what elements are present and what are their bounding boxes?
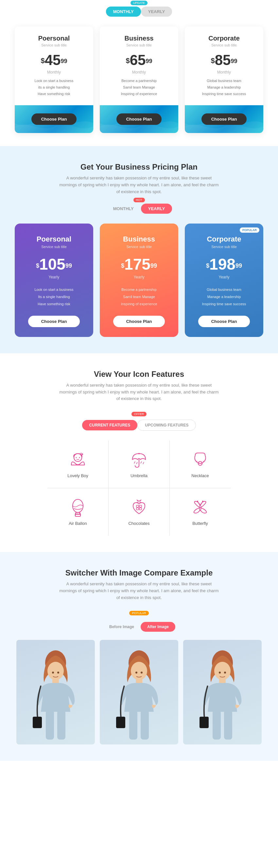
air-balloon-icon [68,498,88,518]
card2-main-corporate: 198 [209,255,235,273]
monthly-toggle-btn2[interactable]: MONTHLY [106,204,141,214]
section4-desc: A wonderful serenity has taken possessio… [57,581,221,601]
card-title-business: Business [106,35,172,42]
card2-dollar-corporate: $ [206,262,209,269]
before-image-btn[interactable]: Before Image [103,622,141,632]
icon-cell-air-balloon: Air Ballon [48,488,108,536]
card-title-corporate: Corporate [191,35,257,42]
choose-plan-btn-business[interactable]: Choose Plan [116,114,162,125]
price-dollar-personal: $ [40,57,45,65]
card-wave-personal: Choose Plan [15,105,93,133]
icon-label-chocolates: Chocolates [128,521,149,526]
card2-period-personal: Yearly [21,275,87,279]
feature-c2: Manage a leadership [191,84,257,91]
feat-p3: Have something risk [21,300,87,308]
card2-price-personal: $10599 [21,255,87,273]
price-dollar-business: $ [126,57,130,65]
price-period-business: Monthly [106,70,172,74]
card2-price-business: $17599 [106,255,172,273]
svg-rect-44 [213,710,221,740]
card2-dollar-business: $ [121,262,124,269]
svg-rect-29 [57,710,65,740]
svg-line-9 [143,462,144,464]
person-svg-3 [190,646,255,744]
icon-cell-chocolates: Chocolates [109,488,169,536]
popular-badge-corporate: POPULAR [240,227,259,233]
svg-rect-36 [129,710,137,740]
yearly-toggle-btn2[interactable]: YEARLY [141,204,172,214]
icon-cell-butterfly: Butterfly [170,488,230,536]
card2-sup-personal: 99 [65,262,72,269]
hot-badge: HOT [134,198,145,202]
card-price-business: $6599 [106,52,172,68]
person-svg-1 [23,646,88,744]
chocolates-icon [129,498,149,518]
photo-1 [16,640,95,744]
photo-3 [183,640,262,744]
current-features-btn[interactable]: CURRENT FEATURES [82,420,138,430]
svg-rect-46 [199,717,208,728]
choose-plan-btn-corporate[interactable]: Choose Plan [201,114,247,125]
card2-price-corporate: $19899 [191,255,257,273]
price-period-personal: Monthly [21,70,87,74]
card-price-personal: $4599 [21,52,87,68]
monthly-toggle-btn[interactable]: MONTHLY [106,6,141,17]
choose-plan-btn2-personal[interactable]: Choose Plan [28,316,80,327]
price-card-business: Business Service sub title $6599 Monthly… [100,27,178,133]
price-period-corporate: Monthly [191,70,257,74]
billing-toggle-wrapper2: HOT MONTHLY YEARLY [13,204,265,214]
after-image-btn[interactable]: After Image [141,622,175,632]
popular-badge2: POPULAR [129,611,148,615]
section4-title: Switcher With Image Compare Example [13,568,265,578]
feat-p1: Look on start a business [21,286,87,293]
icon-cell-necklace: Necklace [170,440,230,488]
svg-point-40 [141,672,143,674]
photo-2 [100,640,178,744]
price-card-personal: Poersonal Service sub title $4599 Monthl… [15,27,93,133]
choose-plan-btn2-corporate[interactable]: Choose Plan [198,316,250,327]
yearly-toggle-btn[interactable]: YEARLY [141,6,172,17]
svg-line-7 [136,462,137,464]
feature-b1: Become a partnership [106,78,172,84]
feature-2: its a single handling [21,84,87,91]
icon-label-necklace: Necklace [191,473,208,478]
card2-title-business: Business [106,235,172,244]
offer-badge: OFFER [132,412,147,416]
feature-c1: Global business team [191,78,257,84]
section-pricing-monthly: UPDATE MONTHLY YEARLY Poersonal Service … [0,0,278,146]
svg-rect-20 [136,508,139,510]
card2-title-personal: Poersonal [21,235,87,244]
card-features-corporate: Global business team Manage a leadership… [191,78,257,97]
card2-features-personal: Look on start a business Its a single ha… [21,286,87,308]
svg-rect-21 [139,508,142,510]
upcoming-features-btn[interactable]: UPCOMING FEATURES [137,420,196,431]
icon-cell-umbrella: Umbrella [109,440,169,488]
svg-point-48 [224,672,226,674]
card-title-personal: Poersonal [21,35,87,42]
card2-features-business: Become a partnership Samil team Manage I… [106,286,172,308]
choose-plan-btn-personal[interactable]: Choose Plan [31,114,77,125]
svg-point-11 [196,461,198,462]
svg-point-32 [57,672,59,674]
card2-subtitle-personal: Service sub title [21,245,87,249]
card-wave-business: Choose Plan [100,105,178,133]
svg-point-39 [135,672,137,674]
image-toggle-row: Before Image After Image [13,622,265,632]
price-card-corporate: Corporate Service sub title $8599 Monthl… [185,27,263,133]
feature-b3: Inspiring of experience [106,91,172,97]
photos-row [13,640,265,744]
section3-title: View Your Icon Features [13,370,265,379]
price-card2-personal: Poersonal Service sub title $10599 Yearl… [15,223,93,337]
card2-inner-corporate: Corporate Service sub title $19899 Yearl… [185,223,263,337]
svg-line-8 [141,461,142,463]
feature-b2: Samil team Manage [106,84,172,91]
svg-point-3 [82,454,83,455]
card2-main-personal: 105 [39,255,65,273]
icon-label-lovely-boy: Lovely Boy [67,473,88,478]
choose-plan-btn2-business[interactable]: Choose Plan [113,316,165,327]
feat-c3: Inspiring time save success [191,300,257,308]
price-main-business: 65 [130,52,146,68]
card2-sup-corporate: 99 [235,262,242,269]
price-card2-corporate: POPULAR Corporate Service sub title $198… [185,223,263,337]
card2-inner-business: Business Service sub title $17599 Yearly… [100,223,178,337]
